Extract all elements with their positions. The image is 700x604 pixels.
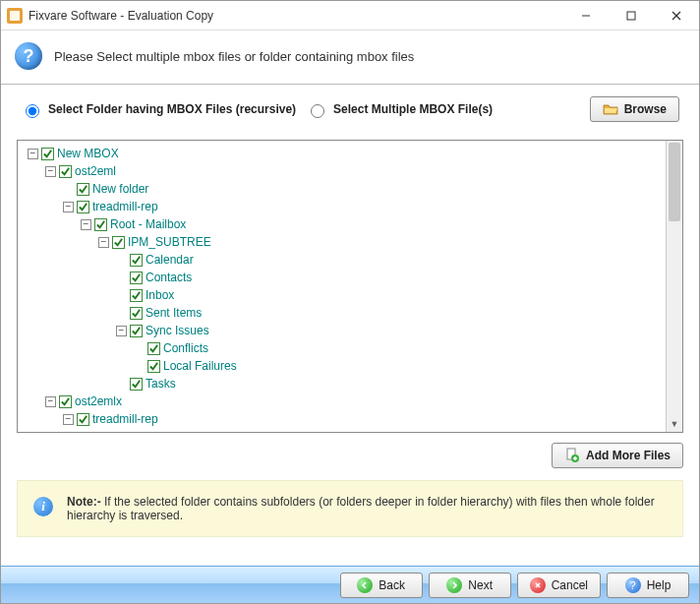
radio-select-files[interactable]: Select Multiple MBOX File(s) bbox=[306, 101, 493, 118]
help-icon: ? bbox=[15, 42, 42, 70]
tree-checkbox[interactable] bbox=[77, 201, 89, 213]
browse-button-label: Browse bbox=[624, 102, 667, 116]
back-button[interactable]: Back bbox=[340, 573, 423, 598]
tree-node-label: Inbox bbox=[146, 288, 174, 302]
tree-checkbox[interactable] bbox=[94, 218, 107, 231]
tree-node-label: New MBOX bbox=[57, 147, 119, 160]
tree-node-label: Conflicts bbox=[163, 341, 208, 355]
next-button[interactable]: Next bbox=[429, 573, 511, 598]
tree-node-label: Contacts bbox=[146, 271, 192, 284]
tree-checkbox[interactable] bbox=[130, 307, 143, 320]
note-body: If the selected folder contains subfolde… bbox=[67, 495, 655, 522]
help-button-label: Help bbox=[647, 578, 671, 592]
add-more-files-button[interactable]: Add More Files bbox=[552, 443, 683, 468]
tree-node[interactable]: −IPM_SUBTREE bbox=[22, 233, 662, 251]
next-button-label: Next bbox=[468, 578, 493, 592]
browse-button[interactable]: Browse bbox=[590, 96, 679, 122]
tree-node[interactable]: −ost2emlx bbox=[22, 393, 662, 410]
tree-node[interactable]: Calendar bbox=[22, 251, 662, 269]
folder-tree[interactable]: −New MBOX−ost2emlNew folder−treadmill-re… bbox=[18, 141, 666, 432]
instruction-banner: ? Please Select multiple mbox files or f… bbox=[1, 30, 699, 85]
tree-node-label: ost2emlx bbox=[75, 394, 122, 408]
collapse-icon[interactable]: − bbox=[81, 219, 91, 230]
tree-node-label: Root - Mailbox bbox=[110, 217, 186, 231]
collapse-icon[interactable]: − bbox=[116, 326, 127, 336]
add-more-row: Add More Files bbox=[1, 439, 699, 476]
tree-node[interactable]: New folder bbox=[22, 180, 662, 198]
note-prefix: Note:- bbox=[67, 495, 101, 509]
arrow-left-icon bbox=[357, 577, 373, 593]
tree-node[interactable]: Sent Items bbox=[22, 304, 662, 322]
tree-checkbox[interactable] bbox=[130, 325, 143, 337]
instruction-text: Please Select multiple mbox files or fol… bbox=[54, 49, 414, 64]
tree-node-label: treadmill-rep bbox=[92, 412, 158, 426]
tree-checkbox[interactable] bbox=[77, 413, 89, 426]
tree-node-label: ost2eml bbox=[75, 164, 116, 178]
arrow-right-icon bbox=[446, 577, 462, 593]
note-text: Note:- If the selected folder contains s… bbox=[67, 495, 667, 522]
radio-select-files-input[interactable] bbox=[311, 104, 324, 118]
tree-checkbox[interactable] bbox=[130, 378, 143, 391]
tree-node[interactable]: −Sync Issues bbox=[22, 322, 662, 339]
minimize-button[interactable] bbox=[563, 1, 609, 30]
tree-node[interactable]: −treadmill-rep bbox=[22, 410, 662, 428]
tree-node[interactable]: Inbox bbox=[22, 286, 662, 304]
tree-node[interactable]: −Root - Mailbox bbox=[22, 215, 662, 233]
tree-checkbox[interactable] bbox=[59, 395, 72, 408]
tree-node[interactable]: Local Failures bbox=[22, 357, 662, 375]
collapse-icon[interactable]: − bbox=[45, 166, 56, 177]
tree-node[interactable]: −ost2eml bbox=[22, 162, 662, 180]
collapse-icon[interactable]: − bbox=[63, 202, 74, 212]
tree-node[interactable]: Conflicts bbox=[22, 339, 662, 357]
tree-node-label: Local Failures bbox=[163, 359, 237, 373]
tree-checkbox[interactable] bbox=[130, 272, 143, 284]
collapse-icon[interactable]: − bbox=[63, 414, 74, 425]
tree-node-label: Tasks bbox=[146, 377, 176, 391]
cancel-button-label: Cancel bbox=[552, 578, 588, 592]
scroll-thumb[interactable] bbox=[669, 143, 680, 221]
folder-open-icon bbox=[603, 101, 618, 117]
cancel-button[interactable]: Cancel bbox=[517, 573, 601, 598]
radio-select-folder[interactable]: Select Folder having MBOX Files (recursi… bbox=[21, 101, 296, 118]
radio-select-folder-input[interactable] bbox=[26, 104, 39, 118]
tree-node[interactable]: −New MBOX bbox=[22, 145, 662, 162]
tree-node-label: Sent Items bbox=[146, 306, 202, 320]
tree-node-label: treadmill-rep bbox=[92, 200, 158, 213]
tree-node[interactable]: Tasks bbox=[22, 375, 662, 393]
tree-checkbox[interactable] bbox=[41, 148, 54, 160]
window-title: Fixvare Software - Evaluation Copy bbox=[29, 9, 563, 23]
app-icon bbox=[7, 8, 23, 24]
close-button[interactable] bbox=[654, 1, 699, 30]
note-box: i Note:- If the selected folder contains… bbox=[17, 480, 683, 537]
options-row: Select Folder having MBOX Files (recursi… bbox=[1, 85, 699, 130]
tree-checkbox[interactable] bbox=[147, 360, 160, 373]
radio-select-files-label: Select Multiple MBOX File(s) bbox=[333, 102, 493, 116]
collapse-icon[interactable]: − bbox=[98, 237, 109, 248]
tree-checkbox[interactable] bbox=[77, 183, 89, 196]
wizard-footer: Back Next Cancel ? Help bbox=[1, 566, 699, 603]
svg-rect-1 bbox=[627, 12, 635, 20]
tree-checkbox[interactable] bbox=[130, 254, 143, 267]
folder-tree-panel: −New MBOX−ost2emlNew folder−treadmill-re… bbox=[17, 140, 683, 433]
tree-node-label: IPM_SUBTREE bbox=[128, 235, 211, 249]
collapse-icon[interactable]: − bbox=[45, 396, 56, 407]
back-button-label: Back bbox=[379, 578, 405, 592]
tree-node[interactable]: Contacts bbox=[22, 269, 662, 286]
scroll-down-icon[interactable]: ▼ bbox=[667, 415, 682, 432]
tree-node[interactable]: −treadmill-rep bbox=[22, 198, 662, 215]
tree-checkbox[interactable] bbox=[59, 165, 72, 178]
titlebar: Fixvare Software - Evaluation Copy bbox=[1, 1, 699, 30]
tree-checkbox[interactable] bbox=[130, 289, 143, 302]
tree-scrollbar[interactable]: ▲ ▼ bbox=[666, 141, 682, 432]
collapse-icon[interactable]: − bbox=[28, 149, 38, 159]
maximize-button[interactable] bbox=[609, 1, 654, 30]
tree-node-label: Sync Issues bbox=[146, 324, 209, 337]
add-more-files-label: Add More Files bbox=[586, 449, 671, 462]
help-button[interactable]: ? Help bbox=[607, 573, 689, 598]
tree-checkbox[interactable] bbox=[147, 342, 160, 355]
info-icon: i bbox=[33, 497, 53, 516]
help-circle-icon: ? bbox=[625, 577, 641, 593]
radio-select-folder-label: Select Folder having MBOX Files (recursi… bbox=[48, 102, 296, 116]
tree-node-label: New folder bbox=[92, 182, 148, 196]
tree-checkbox[interactable] bbox=[112, 236, 125, 249]
